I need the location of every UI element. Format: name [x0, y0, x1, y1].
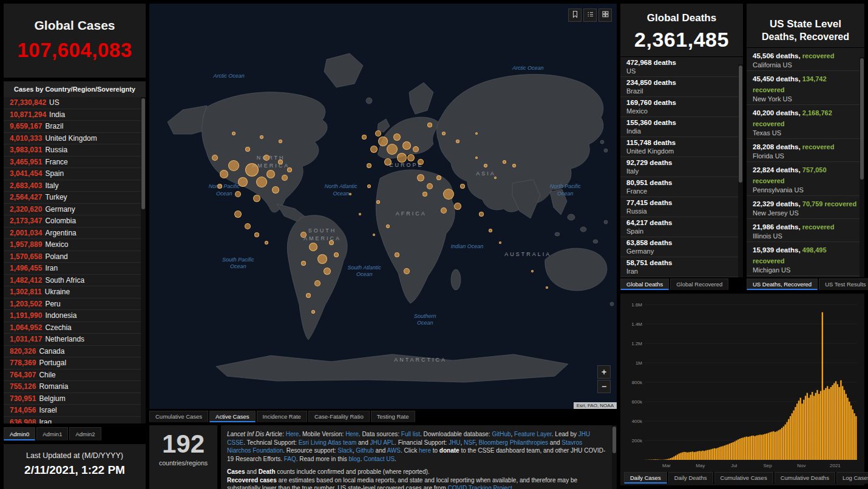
death-row[interactable]: 58,751 deathsIran [620, 257, 738, 277]
case-bubble[interactable] [417, 174, 424, 181]
case-bubble[interactable] [531, 270, 534, 272]
info-link[interactable]: FAQ [284, 456, 296, 462]
case-bubble[interactable] [265, 241, 268, 244]
scrollbar-thumb[interactable] [739, 66, 742, 183]
zoom-out-button[interactable]: − [597, 380, 611, 393]
map-tab-incidence-rate[interactable]: Incidence Rate [257, 411, 307, 422]
case-bubble[interactable] [245, 163, 259, 177]
case-bubble[interactable] [460, 184, 465, 189]
info-link[interactable]: Github [356, 447, 373, 454]
us-state-row[interactable]: 40,200 deaths, 2,168,762 recoveredTexas … [747, 105, 860, 139]
info-link[interactable]: blog [348, 456, 360, 462]
case-row[interactable]: 3,983,031Russia [4, 144, 141, 157]
us-state-row[interactable]: 15,939 deaths, 498,495 recoveredMichigan… [747, 242, 860, 276]
case-bubble[interactable] [317, 254, 327, 264]
case-bubble[interactable] [232, 132, 236, 135]
bookmark-button[interactable] [568, 8, 581, 22]
case-bubble[interactable] [238, 177, 248, 187]
case-row[interactable]: 778,369Portugal [4, 357, 141, 369]
case-row[interactable]: 2,564,427Turkey [4, 192, 141, 204]
case-bubble[interactable] [212, 155, 218, 161]
case-bubble[interactable] [278, 160, 283, 164]
case-bubble[interactable] [386, 224, 390, 228]
death-row[interactable]: 234,850 deathsBrazil [620, 77, 738, 97]
case-bubble[interactable] [397, 153, 407, 163]
info-link[interactable]: NSF [464, 439, 475, 446]
us-tab-us-deaths-recovered[interactable]: US Deaths, Recovered [747, 278, 818, 290]
map-tab-case-fatality-ratio[interactable]: Case-Fatality Ratio [308, 411, 370, 422]
zoom-in-button[interactable]: + [597, 365, 611, 379]
case-bubble[interactable] [503, 160, 506, 164]
map-tab-cumulative-cases[interactable]: Cumulative Cases [149, 411, 208, 422]
case-row[interactable]: 1,482,412South Africa [4, 275, 141, 287]
map-tab-active-cases[interactable]: Active Cases [209, 411, 255, 422]
case-bubble[interactable] [329, 240, 334, 245]
case-bubble[interactable] [311, 310, 315, 314]
deaths-tab-global-recovered[interactable]: Global Recovered [670, 278, 728, 290]
info-link[interactable]: Contact US [364, 456, 395, 462]
case-bubble[interactable] [404, 268, 410, 274]
death-row[interactable]: 169,760 deathsMexico [620, 97, 738, 117]
admin-tab-admin0[interactable]: Admin0 [4, 427, 35, 440]
case-row[interactable]: 820,326Canada [4, 346, 141, 358]
case-bubble[interactable] [272, 186, 279, 194]
case-bubble[interactable] [359, 213, 361, 215]
chart-tab-daily-deaths[interactable]: Daily Deaths [668, 472, 713, 484]
case-bubble[interactable] [422, 192, 427, 197]
us-state-row[interactable]: 45,506 deaths, recoveredCalifornia US [747, 48, 860, 71]
info-link[interactable]: COVID Tracking Project [448, 485, 512, 489]
case-bubble[interactable] [436, 175, 441, 180]
case-bubble[interactable] [301, 261, 306, 266]
case-row[interactable]: 2,683,403Italy [4, 180, 141, 192]
info-link[interactable]: AWS [387, 447, 401, 454]
case-row[interactable]: 636,908Iraq [4, 417, 141, 424]
info-link[interactable]: Slack [337, 447, 352, 454]
death-row[interactable]: 77,415 deathsRussia [620, 197, 738, 217]
case-row[interactable]: 1,302,811Ukraine [4, 286, 141, 298]
us-state-list[interactable]: 45,506 deaths, recoveredCalifornia US45,… [747, 47, 864, 277]
case-bubble[interactable] [306, 293, 311, 298]
death-row[interactable]: 80,951 deathsFrance [620, 177, 738, 197]
case-bubble[interactable] [300, 232, 307, 238]
case-bubble[interactable] [228, 160, 239, 171]
case-bubble[interactable] [475, 157, 478, 159]
deaths-tab-global-deaths[interactable]: Global Deaths [620, 278, 669, 290]
case-bubble[interactable] [378, 137, 388, 146]
case-bubble[interactable] [387, 144, 398, 155]
case-bubble[interactable] [266, 170, 275, 178]
cases-list[interactable]: 27,330,842US10,871,294India9,659,167Braz… [4, 97, 146, 423]
chart-tab-log-cases[interactable]: Log Cases [836, 472, 868, 484]
case-bubble[interactable] [442, 132, 446, 135]
case-bubble[interactable] [456, 140, 459, 143]
case-bubble[interactable] [454, 203, 461, 210]
info-link[interactable]: Here [345, 431, 359, 437]
death-row[interactable]: 115,748 deathsUnited Kingdom [620, 137, 738, 157]
case-bubble[interactable] [349, 193, 351, 195]
case-row[interactable]: 714,056Israel [4, 405, 141, 417]
death-row[interactable]: 472,968 deathsUS [620, 57, 738, 77]
case-bubble[interactable] [256, 177, 267, 187]
legend-button[interactable] [583, 8, 597, 22]
case-bubble[interactable] [367, 163, 371, 168]
case-bubble[interactable] [413, 146, 419, 152]
case-bubble[interactable] [489, 229, 492, 232]
case-bubble[interactable] [314, 280, 320, 286]
case-bubble[interactable] [245, 223, 251, 229]
daily-cases-chart[interactable]: 200k400k600k800k1M1.2M1.4M1.6MMarMayJulS… [624, 297, 861, 471]
case-row[interactable]: 9,659,167Brazil [4, 121, 141, 133]
case-bubble[interactable] [479, 212, 484, 217]
scrollbar-thumb[interactable] [141, 98, 145, 209]
chart-tab-daily-cases[interactable]: Daily Cases [624, 472, 667, 484]
case-row[interactable]: 10,871,294India [4, 109, 141, 121]
case-bubble[interactable] [253, 195, 260, 202]
case-bubble[interactable] [282, 175, 288, 181]
case-bubble[interactable] [245, 147, 250, 152]
info-link[interactable]: Feature Layer [514, 431, 552, 437]
case-bubble[interactable] [494, 177, 497, 179]
scrollbar-track[interactable] [141, 97, 146, 423]
us-state-row[interactable]: 45,450 deaths, 134,742 recoveredNew York… [747, 71, 860, 105]
case-row[interactable]: 1,191,990Indonesia [4, 310, 141, 322]
case-bubble[interactable] [217, 184, 222, 189]
case-bubble[interactable] [384, 158, 392, 166]
case-row[interactable]: 1,203,502Peru [4, 298, 141, 311]
